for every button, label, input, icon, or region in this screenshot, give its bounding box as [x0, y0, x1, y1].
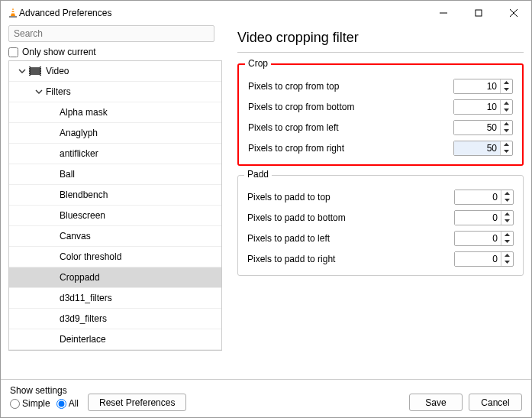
- stepper-down-icon[interactable]: [501, 197, 513, 204]
- tree-label: Bluescreen: [60, 210, 221, 221]
- padd-right-label: Pixels to padd to right: [247, 254, 335, 264]
- svg-rect-14: [40, 67, 41, 68]
- tree-item-d3d11-filters[interactable]: d3d11_filters: [9, 288, 221, 309]
- crop-right-label: Pixels to crop from right: [248, 143, 344, 154]
- window-controls: [426, 1, 531, 25]
- padd-right-spinner[interactable]: [454, 251, 514, 267]
- tree-node-video[interactable]: Video: [9, 61, 221, 82]
- minimize-button[interactable]: [426, 1, 461, 25]
- stepper-up-icon[interactable]: [501, 79, 512, 86]
- crop-bottom-spinner[interactable]: [453, 99, 513, 115]
- stepper-up-icon[interactable]: [501, 190, 513, 197]
- padd-bottom-input[interactable]: [455, 211, 501, 225]
- padd-left-label: Pixels to padd to left: [247, 233, 330, 244]
- tree-node-filters[interactable]: Filters: [9, 82, 221, 102]
- maximize-button[interactable]: [461, 1, 496, 25]
- chevron-down-icon[interactable]: [15, 67, 29, 75]
- stepper-down-icon[interactable]: [501, 259, 513, 266]
- stepper-up-icon[interactable]: [501, 121, 512, 128]
- search-input[interactable]: [8, 25, 214, 42]
- svg-rect-12: [29, 72, 30, 73]
- crop-top-input[interactable]: [454, 79, 500, 93]
- padd-top-label: Pixels to padd to top: [247, 192, 330, 203]
- padd-left-row: Pixels to padd to left: [247, 228, 514, 248]
- stepper-up-icon[interactable]: [501, 141, 512, 148]
- tree-item-canvas[interactable]: Canvas: [9, 226, 221, 247]
- reset-preferences-button[interactable]: Reset Preferences: [88, 394, 186, 411]
- video-icon: [29, 66, 41, 76]
- crop-left-label: Pixels to crop from left: [248, 122, 339, 133]
- padd-bottom-row: Pixels to padd to bottom: [247, 207, 514, 228]
- right-panel: Video cropping filter Crop Pixels to cro…: [222, 25, 524, 371]
- padd-right-row: Pixels to padd to right: [247, 248, 514, 269]
- tree-item-bluescreen[interactable]: Bluescreen: [9, 206, 221, 226]
- only-show-current-checkbox[interactable]: Only show current: [8, 47, 222, 57]
- crop-legend: Crop: [245, 58, 271, 69]
- padd-left-spinner[interactable]: [454, 231, 514, 246]
- preferences-tree[interactable]: Video Filters Alpha mask Anaglyph antifl…: [8, 60, 222, 351]
- tree-label: d3d9_filters: [60, 313, 221, 324]
- crop-right-input[interactable]: [454, 141, 500, 155]
- tree-item-croppadd[interactable]: Croppadd: [9, 267, 221, 288]
- crop-left-input[interactable]: [454, 121, 500, 134]
- padd-bottom-spinner[interactable]: [454, 210, 514, 225]
- window-title: Advanced Preferences: [19, 8, 426, 18]
- padd-top-input[interactable]: [455, 190, 501, 204]
- tree-item-ball[interactable]: Ball: [9, 164, 221, 185]
- padd-legend: Padd: [244, 169, 272, 180]
- stepper-down-icon[interactable]: [501, 107, 512, 114]
- stepper-down-icon[interactable]: [501, 148, 512, 155]
- tree-item-color-threshold[interactable]: Color threshold: [9, 247, 221, 267]
- tree-item-blendbench[interactable]: Blendbench: [9, 185, 221, 206]
- svg-rect-16: [40, 72, 41, 73]
- stepper-down-icon[interactable]: [501, 238, 513, 245]
- tree-item-anaglyph[interactable]: Anaglyph: [9, 123, 221, 144]
- footer: Show settings Simple All Reset Preferenc…: [1, 379, 531, 417]
- crop-right-spinner[interactable]: [453, 141, 513, 156]
- tree-label: Color threshold: [60, 251, 221, 262]
- tree-item-d3d9-filters[interactable]: d3d9_filters: [9, 309, 221, 329]
- svg-rect-17: [40, 74, 41, 75]
- simple-radio-input[interactable]: [10, 399, 20, 409]
- stepper-up-icon[interactable]: [501, 232, 513, 238]
- stepper-down-icon[interactable]: [501, 128, 512, 134]
- crop-left-spinner[interactable]: [453, 120, 513, 135]
- stepper-up-icon[interactable]: [501, 252, 513, 259]
- svg-rect-15: [40, 70, 41, 70]
- crop-bottom-input[interactable]: [454, 100, 500, 114]
- tree-item-alpha-mask[interactable]: Alpha mask: [9, 102, 221, 123]
- stepper-down-icon[interactable]: [501, 86, 512, 93]
- all-radio-input[interactable]: [56, 399, 66, 409]
- svg-rect-1: [11, 10, 15, 11]
- save-button[interactable]: Save: [409, 394, 463, 411]
- all-radio[interactable]: All: [56, 398, 79, 409]
- padd-left-input[interactable]: [455, 232, 501, 245]
- stepper-up-icon[interactable]: [501, 100, 512, 107]
- tree-item-deinterlace[interactable]: Deinterlace: [9, 329, 221, 350]
- simple-radio[interactable]: Simple: [10, 398, 50, 409]
- show-settings-group: Show settings Simple All: [10, 385, 79, 409]
- crop-right-row: Pixels to crop from right: [248, 138, 513, 158]
- stepper-down-icon[interactable]: [501, 218, 513, 225]
- tree-label: Deinterlace: [60, 334, 221, 345]
- vlc-icon: [7, 7, 19, 19]
- only-show-current-label: Only show current: [22, 47, 96, 57]
- padd-group: Padd Pixels to padd to top Pixels to pad…: [237, 175, 524, 276]
- titlebar: Advanced Preferences: [1, 1, 531, 25]
- svg-rect-2: [11, 12, 15, 14]
- stepper-up-icon[interactable]: [501, 211, 513, 218]
- only-show-current-box[interactable]: [8, 47, 18, 57]
- crop-left-row: Pixels to crop from left: [248, 117, 513, 138]
- svg-rect-4: [476, 10, 482, 16]
- tree-item-antiflicker[interactable]: antiflicker: [9, 144, 221, 164]
- tree-label: antiflicker: [60, 148, 221, 159]
- show-settings-label: Show settings: [10, 385, 79, 396]
- crop-top-spinner[interactable]: [453, 79, 513, 94]
- padd-right-input[interactable]: [455, 252, 501, 266]
- cancel-button[interactable]: Cancel: [469, 394, 522, 411]
- close-button[interactable]: [496, 1, 531, 25]
- chevron-down-icon[interactable]: [32, 88, 46, 96]
- tree-label: Canvas: [60, 231, 221, 241]
- padd-top-spinner[interactable]: [454, 190, 514, 205]
- all-radio-label: All: [69, 398, 79, 409]
